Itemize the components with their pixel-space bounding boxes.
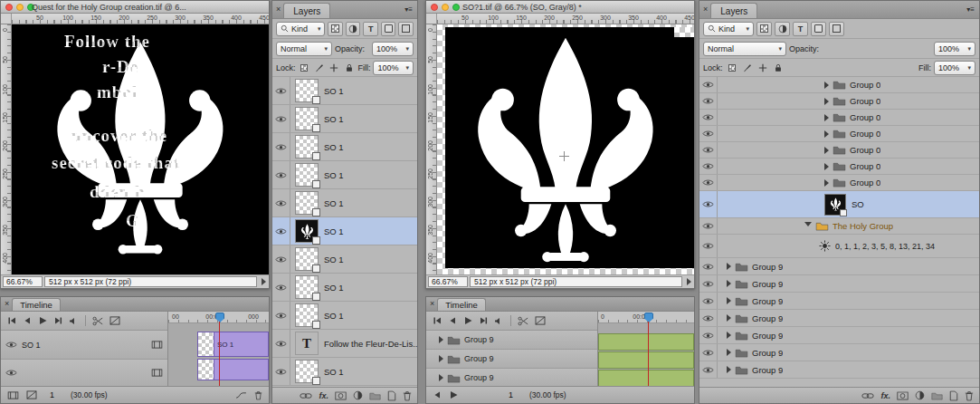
panel-close-icon[interactable]: × (276, 5, 281, 14)
expand-toggle-icon[interactable] (824, 114, 829, 121)
visibility-toggle[interactable] (699, 191, 718, 217)
layer-thumbnail[interactable] (824, 194, 846, 216)
delete-layer-icon[interactable] (965, 390, 974, 401)
expand-toggle-icon[interactable] (824, 82, 829, 89)
window-titlebar[interactable]: Quest for the Holy Group creation.tif @ … (1, 1, 269, 14)
convert-to-frame-animation-icon[interactable] (26, 390, 37, 399)
split-clip-icon[interactable] (92, 316, 103, 326)
audio-mute-icon[interactable] (69, 317, 79, 325)
link-layers-icon[interactable] (300, 392, 312, 399)
delete-icon[interactable] (254, 390, 262, 400)
visibility-toggle[interactable] (272, 105, 290, 132)
visibility-toggle[interactable] (272, 189, 290, 216)
layer-thumbnail[interactable]: T (295, 135, 319, 159)
canvas[interactable] (437, 24, 694, 274)
filter-adjustment-layers-button[interactable] (775, 22, 790, 36)
opacity-input[interactable]: 100%▾ (372, 42, 414, 56)
visibility-toggle[interactable] (272, 161, 290, 188)
visibility-toggle[interactable] (699, 175, 718, 190)
visibility-toggle[interactable] (699, 159, 718, 174)
visibility-toggle[interactable] (699, 275, 718, 292)
track-header[interactable]: Group 9 (426, 369, 597, 388)
layer-row[interactable]: T SO 1 (272, 274, 417, 302)
lock-position-icon[interactable] (756, 62, 769, 74)
timeline-clip[interactable] (598, 370, 694, 386)
layer-thumbnail[interactable]: T (295, 163, 319, 187)
expand-toggle-icon[interactable] (824, 98, 829, 105)
eye-icon[interactable] (5, 369, 17, 377)
layer-row[interactable]: Group 9 (699, 275, 979, 293)
visibility-toggle[interactable] (272, 245, 290, 273)
layer-row[interactable]: Group 9 (699, 361, 979, 379)
layer-row[interactable]: Group 0 (699, 93, 979, 110)
previous-frame-icon[interactable] (448, 316, 457, 325)
layer-row[interactable]: T SO 1 (272, 245, 417, 274)
play-icon[interactable] (38, 316, 47, 325)
layer-row[interactable]: The Holy Group (699, 218, 979, 235)
next-frame-icon[interactable] (53, 316, 62, 325)
layer-thumbnail[interactable]: T (295, 79, 319, 102)
filter-shape-layers-button[interactable] (811, 22, 826, 36)
visibility-toggle[interactable] (272, 358, 290, 385)
track-header[interactable]: SO 1 (1, 331, 167, 360)
minimize-button[interactable] (16, 4, 24, 11)
fill-input[interactable]: 100%▾ (934, 61, 975, 75)
lock-all-icon[interactable] (343, 62, 355, 74)
layer-row[interactable]: T SO 1 (272, 358, 417, 386)
minimize-button[interactable] (442, 4, 449, 11)
next-frame-icon[interactable] (479, 316, 488, 325)
layer-row[interactable]: T SO 1 (272, 161, 417, 189)
visibility-toggle[interactable] (699, 142, 718, 158)
visibility-toggle[interactable] (699, 344, 718, 361)
visibility-toggle[interactable] (699, 93, 718, 109)
layer-thumbnail[interactable]: T (295, 332, 319, 355)
filter-pixel-layers-button[interactable] (328, 22, 343, 36)
tab-timeline[interactable]: Timeline (12, 298, 61, 311)
visibility-toggle[interactable] (699, 110, 718, 125)
visibility-toggle[interactable] (272, 217, 290, 245)
filter-adjustment-layers-button[interactable] (346, 22, 361, 36)
layer-thumbnail[interactable]: T (295, 275, 319, 299)
expand-toggle-icon[interactable] (727, 263, 731, 270)
layer-effects-icon[interactable]: fx. (319, 391, 328, 400)
zoom-level[interactable]: 66.67% (3, 276, 43, 287)
new-group-icon[interactable] (931, 391, 943, 400)
scroll-right-icon[interactable] (449, 390, 458, 399)
visibility-toggle[interactable] (272, 133, 290, 160)
expand-toggle-icon[interactable] (824, 163, 829, 170)
expand-toggle-icon[interactable] (727, 349, 731, 356)
panel-menu-icon[interactable]: ▾≡ (966, 5, 979, 18)
new-layer-icon[interactable] (949, 390, 958, 401)
timeline-clip-area[interactable]: 0000:01f000 SO 1 (168, 312, 269, 386)
layer-thumbnail[interactable]: T (295, 303, 319, 327)
expand-toggle-icon[interactable] (727, 332, 731, 339)
layer-row[interactable]: Group 0 (699, 110, 979, 126)
filter-smart-objects-button[interactable] (829, 22, 844, 36)
layer-thumbnail[interactable]: T (295, 247, 319, 271)
adjustment-layer-icon[interactable] (915, 390, 925, 400)
eye-icon[interactable] (5, 341, 17, 349)
visibility-toggle[interactable] (699, 361, 718, 378)
layer-thumbnail[interactable]: T (295, 219, 319, 243)
tab-timeline[interactable]: Timeline (437, 298, 486, 311)
blend-mode-select[interactable]: Normal▾ (276, 42, 332, 56)
layer-row[interactable]: Group 9 (699, 344, 979, 361)
layer-row[interactable]: T SO 1 (272, 217, 417, 245)
visibility-toggle[interactable] (272, 274, 290, 301)
layer-row[interactable]: 0, 1, 1, 2, 3, 5, 8, 13, 21, 34 (699, 235, 979, 258)
expand-toggle-icon[interactable] (824, 147, 829, 154)
link-layers-icon[interactable] (861, 392, 874, 399)
expand-toggle-icon[interactable] (727, 280, 731, 287)
layer-row[interactable]: Group 9 (699, 327, 979, 344)
filter-type-layers-button[interactable]: T (793, 22, 808, 36)
lock-transparency-icon[interactable] (299, 62, 310, 74)
lock-transparency-icon[interactable] (726, 62, 738, 74)
visibility-toggle[interactable] (699, 126, 718, 141)
visibility-toggle[interactable] (699, 327, 718, 343)
track-header[interactable] (1, 360, 167, 387)
expand-toggle-icon[interactable] (727, 314, 731, 322)
close-button[interactable] (431, 4, 438, 11)
panel-close-icon[interactable]: × (5, 299, 9, 308)
expand-toggle-icon[interactable] (727, 297, 731, 304)
visibility-toggle[interactable] (272, 77, 290, 104)
